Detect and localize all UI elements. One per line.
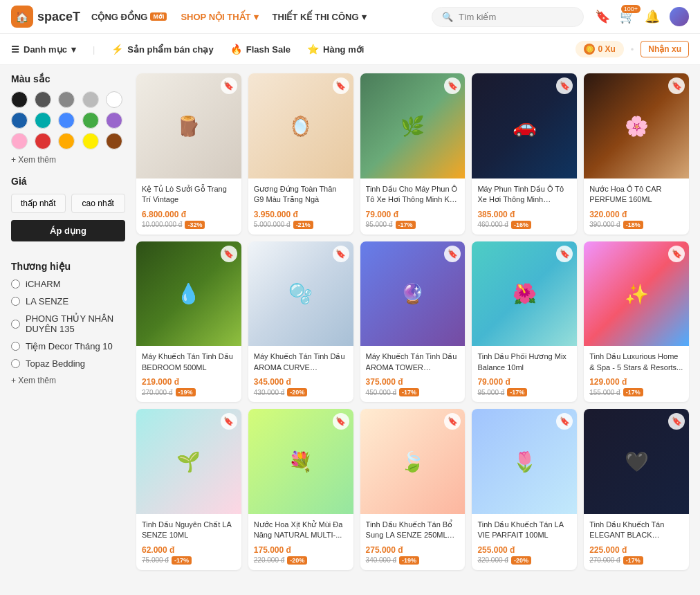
see-more-brands[interactable]: + Xem thêm <box>11 376 125 385</box>
product-image: 🌿 🔖 <box>360 73 466 178</box>
color-swatch[interactable] <box>82 112 99 129</box>
color-swatch[interactable] <box>106 91 122 108</box>
product-card[interactable]: 🪞 🔖 Gương Đứng Toàn Thân G9 Màu Trắng Ng… <box>248 73 353 235</box>
color-swatch[interactable] <box>106 112 122 129</box>
product-bookmark-button[interactable]: 🔖 <box>333 246 349 262</box>
product-bookmark-button[interactable]: 🔖 <box>444 77 461 94</box>
product-image: 🪵 🔖 <box>136 73 241 178</box>
brand-list: iCHARMLA SENZEPHONG THỦY NHÂN DUYÊN 135T… <box>11 279 125 369</box>
logo[interactable]: 🏠 spaceT <box>11 6 80 28</box>
product-image-icon: ✨ <box>625 282 649 305</box>
color-swatch[interactable] <box>82 91 99 108</box>
color-swatch[interactable] <box>35 112 51 129</box>
product-card[interactable]: 🌸 🔖 Nước Hoa Ô Tô CAR PERFUME 160ML 320.… <box>584 73 689 235</box>
brand-radio[interactable] <box>11 280 20 289</box>
product-bookmark-button[interactable]: 🔖 <box>668 77 685 94</box>
product-card[interactable]: 🌷 🔖 Tinh Dầu Khuếch Tán LA VIE PARFAIT 1… <box>472 409 577 570</box>
product-bookmark-button[interactable]: 🔖 <box>556 246 573 262</box>
product-card[interactable]: 🌺 🔖 Tinh Dầu Phối Hương Mix Balance 10ml… <box>472 241 577 403</box>
brand-radio[interactable] <box>11 342 20 351</box>
product-card[interactable]: 🌿 🔖 Tinh Dầu Cho Máy Phun Ô Tô Xe Hơi Th… <box>360 73 466 235</box>
product-image-icon: 🚗 <box>513 114 537 137</box>
cart-badge: 100+ <box>621 5 641 13</box>
brand-radio[interactable] <box>11 320 20 329</box>
product-bookmark-button[interactable]: 🔖 <box>668 413 685 430</box>
nhan-xu-button[interactable]: Nhận xu <box>641 41 689 57</box>
product-card[interactable]: 💧 🔖 Máy Khuếch Tán Tinh Dầu BEDROOM 500M… <box>136 241 241 403</box>
color-swatch[interactable] <box>82 133 99 149</box>
product-bookmark-button[interactable]: 🔖 <box>444 413 461 430</box>
ap-dung-button[interactable]: Áp dụng <box>11 220 125 241</box>
color-swatch[interactable] <box>58 133 75 149</box>
product-card[interactable]: 🍃 🔖 Tinh Dầu Khuếch Tán Bổ Sung LA SENZE… <box>360 409 466 570</box>
nav-shop[interactable]: SHOP NỘI THẤT ▾ <box>181 12 258 22</box>
price-original: 220.000 đ <box>254 556 285 564</box>
brand-radio[interactable] <box>11 297 20 306</box>
product-bookmark-button[interactable]: 🔖 <box>333 77 349 94</box>
product-card[interactable]: ✨ 🔖 Tinh Dầu Luxurious Home & Spa - 5 St… <box>584 241 689 403</box>
brand-item[interactable]: Tiệm Decor Tháng 10 <box>11 341 125 351</box>
nav-community[interactable]: CỘNG ĐỒNG Mới <box>91 12 167 22</box>
search-bar[interactable]: 🔍 <box>432 7 584 27</box>
notification-icon[interactable]: 🔔 <box>645 9 660 24</box>
product-card[interactable]: 🚗 🔖 Máy Phun Tinh Dầu Ô Tô Xe Hơi Thông … <box>472 73 577 235</box>
product-name: Tinh Dầu Luxurious Home & Spa - 5 Stars … <box>589 351 683 373</box>
price-current: 129.000 đ <box>589 377 627 387</box>
color-swatch[interactable] <box>58 91 75 108</box>
brand-item[interactable]: iCHARM <box>11 279 125 289</box>
xu-separator: • <box>631 44 634 55</box>
original-price-row: 270.000 đ -17% <box>589 556 683 565</box>
header-icons: 🔖 🛒 100+ 🔔 <box>595 7 689 26</box>
see-more-colors[interactable]: + Xem thêm <box>11 155 125 165</box>
product-bookmark-button[interactable]: 🔖 <box>221 77 237 94</box>
product-image: 🪞 🔖 <box>248 73 353 178</box>
product-bookmark-button[interactable]: 🔖 <box>221 246 237 262</box>
product-bookmark-button[interactable]: 🔖 <box>444 246 461 262</box>
product-card[interactable]: 🫧 🔖 Máy Khuếch Tán Tinh Dầu AROMA CURVE … <box>248 241 353 403</box>
product-image-icon: 🔮 <box>400 282 425 305</box>
price-current: 175.000 đ <box>254 545 291 555</box>
avatar[interactable] <box>670 7 689 26</box>
product-bookmark-button[interactable]: 🔖 <box>556 77 573 94</box>
product-card[interactable]: 🖤 🔖 Tinh Dầu Khuếch Tán ELEGANT BLACK SE… <box>584 409 689 570</box>
product-bookmark-button[interactable]: 🔖 <box>556 413 573 430</box>
search-input[interactable] <box>459 12 573 22</box>
color-swatch[interactable] <box>11 91 28 108</box>
price-original: 155.000 đ <box>589 389 620 396</box>
product-card[interactable]: 🌱 🔖 Tinh Dầu Nguyên Chất LA SENZE 10ML 6… <box>136 409 241 570</box>
sub-nav-ban-chay[interactable]: ⚡ Sản phẩm bán chạy <box>111 44 213 55</box>
product-name: Gương Đứng Toàn Thân G9 Màu Trắng Ngà <box>254 184 348 205</box>
product-card[interactable]: 🔮 🔖 Máy Khuếch Tán Tinh Dầu AROMA TOWER … <box>360 241 466 403</box>
product-bookmark-button[interactable]: 🔖 <box>333 413 349 430</box>
product-image: 🍃 🔖 <box>360 409 466 514</box>
color-swatch[interactable] <box>35 133 51 149</box>
thap-nhat-button[interactable]: thấp nhất <box>11 194 66 213</box>
brand-radio[interactable] <box>11 359 20 368</box>
product-card[interactable]: 💐 🔖 Nước Hoa Xịt Khử Mùi Đa Năng NATURAL… <box>248 409 353 570</box>
discount-badge: -17% <box>172 556 192 565</box>
product-bookmark-button[interactable]: 🔖 <box>668 246 685 262</box>
brand-item[interactable]: Topaz Bedding <box>11 358 125 369</box>
color-swatch[interactable] <box>35 91 51 108</box>
price-current: 219.000 đ <box>142 377 179 387</box>
brand-item[interactable]: LA SENZE <box>11 296 125 306</box>
color-swatch[interactable] <box>58 112 75 129</box>
color-swatch[interactable] <box>11 133 28 149</box>
product-bookmark-button[interactable]: 🔖 <box>221 413 237 430</box>
price-original: 75.000 đ <box>142 556 169 564</box>
bookmark-icon[interactable]: 🔖 <box>595 9 610 24</box>
sub-nav-flash-sale[interactable]: 🔥 Flash Sale <box>230 44 291 55</box>
price-current: 275.000 đ <box>366 545 403 555</box>
cao-nhat-button[interactable]: cao nhất <box>71 194 126 213</box>
brand-label: LA SENZE <box>26 296 68 306</box>
brand-item[interactable]: PHONG THỦY NHÂN DUYÊN 135 <box>11 313 125 334</box>
sub-nav-hang-moi[interactable]: ⭐ Hàng mới <box>307 44 364 55</box>
nav-design[interactable]: THIẾT KẾ THI CÔNG ▾ <box>273 12 367 22</box>
product-card[interactable]: 🪵 🔖 Kệ Tủ Lò Sưởi Gỗ Trang Trí Vintage 6… <box>136 73 241 235</box>
price-current: 255.000 đ <box>477 545 515 555</box>
cart-icon[interactable]: 🛒 100+ <box>620 9 635 24</box>
danh-muc-button[interactable]: ☰ Danh mục ▾ <box>11 44 76 55</box>
color-swatch[interactable] <box>106 133 122 149</box>
product-image-icon: 🌱 <box>176 450 201 473</box>
color-swatch[interactable] <box>11 112 28 129</box>
